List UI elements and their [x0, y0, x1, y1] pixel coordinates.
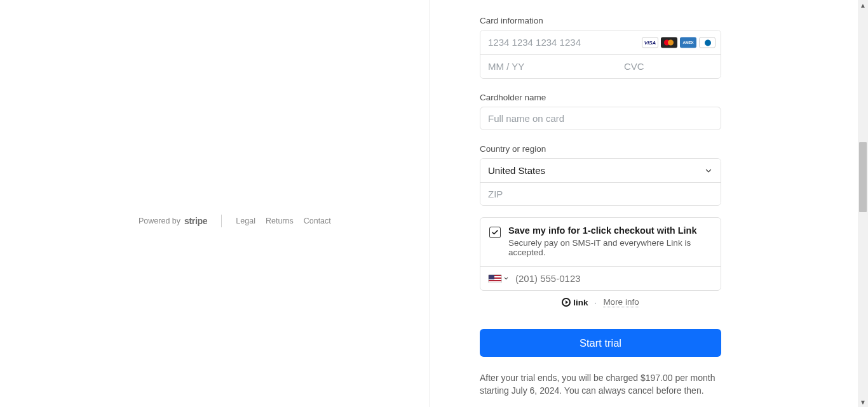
diners-icon: [699, 37, 715, 48]
expiry-input[interactable]: [480, 55, 616, 78]
start-trial-button[interactable]: Start trial: [480, 329, 721, 357]
contact-link[interactable]: Contact: [304, 217, 331, 225]
card-brand-icons: VISA AMEX: [642, 37, 715, 48]
post-trial-text: After your trial ends, you will be charg…: [480, 372, 721, 397]
scrollbar[interactable]: ▲ ▼: [858, 0, 868, 407]
country-group: United States: [480, 158, 721, 206]
left-pane: Powered by stripe Legal Returns Contact: [0, 0, 430, 407]
stripe-logo: stripe: [184, 216, 207, 226]
card-info-label: Card information: [480, 16, 721, 25]
zip-input[interactable]: [480, 182, 721, 205]
us-flag-icon: [488, 274, 502, 283]
country-select[interactable]: United States: [480, 159, 721, 182]
link-separator: ·: [595, 298, 597, 307]
legal-link[interactable]: Legal: [236, 217, 255, 225]
scrollbar-up-arrow[interactable]: ▲: [858, 0, 868, 10]
link-title: Save my info for 1-click checkout with L…: [508, 225, 712, 236]
visa-icon: VISA: [642, 37, 658, 48]
scrollbar-thumb[interactable]: [859, 142, 867, 212]
card-group: VISA AMEX 123: [480, 30, 721, 79]
mastercard-icon: [661, 37, 677, 48]
link-save-box: Save my info for 1-click checkout with L…: [480, 217, 721, 291]
link-more-info[interactable]: More info: [603, 297, 639, 307]
chevron-down-icon: [704, 166, 713, 175]
link-caption: link · More info: [480, 297, 721, 307]
link-brand-text: link: [573, 298, 588, 307]
cardholder-label: Cardholder name: [480, 93, 721, 102]
returns-link[interactable]: Returns: [266, 217, 294, 225]
powered-by-stripe[interactable]: Powered by stripe: [139, 216, 207, 226]
country-value: United States: [488, 165, 545, 176]
powered-by-text: Powered by: [139, 217, 180, 225]
country-label: Country or region: [480, 144, 721, 154]
link-checkbox[interactable]: [489, 227, 501, 238]
footer-divider: [221, 215, 222, 227]
scrollbar-down-arrow[interactable]: ▼: [858, 397, 868, 407]
cardholder-input[interactable]: [480, 107, 721, 130]
vertical-divider: [430, 0, 430, 407]
phone-input[interactable]: [515, 273, 713, 284]
phone-country-select[interactable]: [488, 274, 509, 283]
payment-form: Card information VISA AMEX 123: [480, 0, 721, 407]
footer-row: Powered by stripe Legal Returns Contact: [139, 215, 331, 227]
link-play-icon: [562, 298, 571, 307]
amex-icon: AMEX: [680, 37, 696, 48]
cvc-input[interactable]: [616, 55, 721, 78]
link-subtitle: Securely pay on SMS-iT and everywhere Li…: [508, 238, 712, 257]
link-logo: link: [562, 298, 588, 307]
